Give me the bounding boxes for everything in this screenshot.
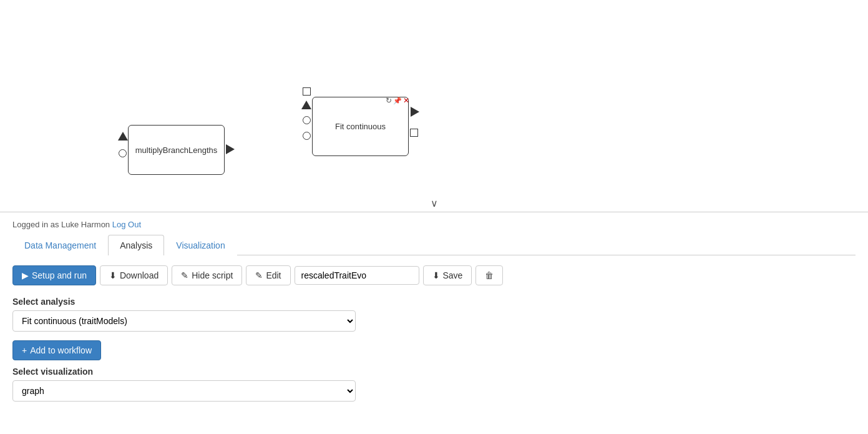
node-close-icon[interactable]: ✕ xyxy=(403,96,409,105)
tab-bar: Data Management Analysis Visualization xyxy=(12,234,856,255)
port-fitcont-circle-left-mid xyxy=(303,116,311,124)
node-refresh-icon[interactable]: ↻ xyxy=(386,96,392,105)
node-multiply-label: multiplyBranchLengths xyxy=(135,145,218,155)
node-pin-icon[interactable]: 📌 xyxy=(393,97,402,105)
port-fitcont-tri-right xyxy=(411,107,419,117)
hide-script-button[interactable]: ✎ Hide script xyxy=(172,265,242,285)
port-triangle-left-top xyxy=(118,132,128,141)
trash-icon: 🗑 xyxy=(485,270,494,280)
port-fitcont-square-right xyxy=(410,129,418,137)
node-multiply[interactable]: multiplyBranchLengths xyxy=(128,125,225,175)
node-toolbar: ↻ 📌 ✕ xyxy=(386,96,409,105)
bottom-panel: Logged in as Luke Harmon Log Out Data Ma… xyxy=(0,212,868,402)
add-to-workflow-button[interactable]: + Add to workflow xyxy=(12,340,101,360)
play-icon: ▶ xyxy=(22,270,29,280)
download-button[interactable]: ⬇ Download xyxy=(100,265,168,285)
analysis-label: Select analysis xyxy=(12,297,856,307)
script-icon: ✎ xyxy=(181,270,188,280)
delete-button[interactable]: 🗑 xyxy=(475,265,503,285)
action-toolbar: ▶ Setup and run ⬇ Download ✎ Hide script… xyxy=(12,265,856,285)
collapse-chevron[interactable]: ∨ xyxy=(431,197,438,209)
setup-run-button[interactable]: ▶ Setup and run xyxy=(12,265,96,285)
login-text: Logged in as Luke Harmon xyxy=(12,220,110,229)
edit-button[interactable]: ✎ Edit xyxy=(246,265,290,285)
edit-icon: ✎ xyxy=(255,270,263,280)
logout-link[interactable]: Log Out xyxy=(112,220,141,229)
node-fitcont[interactable]: ↻ 📌 ✕ Fit continuous xyxy=(312,97,409,156)
port-triangle-right xyxy=(226,144,235,154)
port-fitcont-circle-left-bot xyxy=(303,132,311,140)
node-fitcont-label: Fit continuous xyxy=(335,122,386,131)
plus-icon: + xyxy=(22,345,27,355)
port-fitcont-square-topleft xyxy=(303,87,311,96)
save-button[interactable]: ⬇ Save xyxy=(423,265,472,285)
script-name-input[interactable] xyxy=(295,266,419,285)
visualization-label: Select visualization xyxy=(12,367,856,377)
analysis-select[interactable]: Fit continuous (traitModels) xyxy=(12,310,356,332)
tab-visualization[interactable]: Visualization xyxy=(164,235,237,255)
visualization-group: Select visualization graph table heatmap xyxy=(12,367,856,402)
tab-analysis[interactable]: Analysis xyxy=(108,235,164,255)
login-bar: Logged in as Luke Harmon Log Out xyxy=(12,212,856,234)
port-circle-left xyxy=(119,149,127,157)
workflow-canvas: multiplyBranchLengths ↻ 📌 ✕ Fit continuo… xyxy=(0,0,868,212)
port-fitcont-tri-left-top xyxy=(301,101,311,109)
save-icon: ⬇ xyxy=(432,270,440,280)
analysis-group: Select analysis Fit continuous (traitMod… xyxy=(12,297,856,332)
download-icon: ⬇ xyxy=(109,270,117,280)
visualization-select[interactable]: graph table heatmap xyxy=(12,380,356,402)
tab-data-management[interactable]: Data Management xyxy=(12,235,108,255)
